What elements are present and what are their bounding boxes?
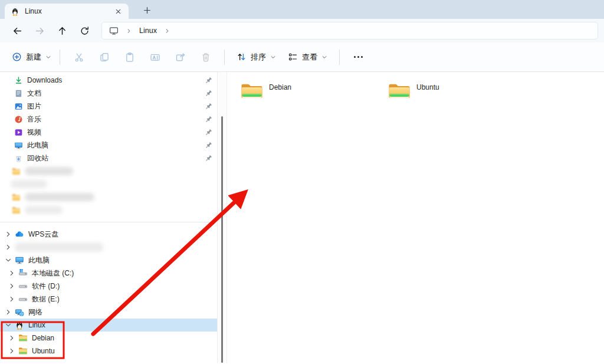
tab-close-button[interactable] [113, 6, 123, 16]
sidebar-item-label: 本地磁盘 (C:) [32, 268, 74, 278]
sidebar-item-debian[interactable]: Debian [0, 332, 217, 345]
toolbar-separator [60, 50, 60, 65]
sort-button[interactable]: 排序 [231, 47, 282, 67]
sidebar-item-redacted[interactable] [0, 241, 217, 254]
sidebar-item-label: 网络 [28, 307, 42, 317]
sidebar-item-videos[interactable]: 视频 [0, 126, 217, 139]
paste-icon [124, 52, 135, 63]
sidebar-item-label: Downloads [27, 76, 62, 84]
sidebar-item-label: 数据 (E:) [32, 294, 60, 304]
pin-icon [206, 77, 212, 83]
navigation-pane: Downloads 文档 图片 音乐 视频 此电脑 [0, 72, 217, 363]
chevron-right-icon [5, 231, 12, 238]
sidebar-item-recycle-bin[interactable]: 回收站 [0, 152, 217, 165]
sidebar-item-this-pc-pinned[interactable]: 此电脑 [0, 139, 217, 152]
back-icon [12, 26, 22, 36]
pin-icon [206, 116, 212, 122]
sort-icon [237, 52, 247, 62]
breadcrumb-chevron-icon [164, 28, 170, 34]
sidebar-item-drive-c[interactable]: 本地磁盘 (C:) [0, 267, 217, 280]
videos-icon [14, 128, 23, 137]
back-button[interactable] [6, 21, 28, 40]
forward-button[interactable] [28, 21, 51, 40]
sidebar-item-label: Ubuntu [32, 347, 55, 355]
desktop-icon [109, 26, 119, 35]
documents-icon [14, 89, 23, 98]
chevron-down-icon [5, 257, 12, 264]
folder-icon [12, 167, 21, 176]
sidebar-item-drive-d[interactable]: 软件 (D:) [0, 280, 217, 293]
tab-linux[interactable]: Linux [5, 4, 129, 19]
sidebar-item-downloads[interactable]: Downloads [0, 74, 217, 87]
breadcrumb-location[interactable]: Linux [139, 27, 157, 35]
cut-icon [74, 52, 84, 63]
sidebar-item-pictures[interactable]: 图片 [0, 100, 217, 113]
sidebar-item-redacted[interactable] [0, 204, 217, 217]
sidebar-item-this-pc[interactable]: 此电脑 [0, 254, 217, 267]
chevron-right-icon [5, 244, 12, 251]
close-icon [115, 8, 122, 15]
view-button[interactable]: 查看 [282, 47, 333, 67]
view-icon [288, 52, 298, 62]
new-tab-button[interactable] [142, 5, 152, 15]
share-icon [175, 52, 186, 63]
cut-button[interactable] [66, 47, 91, 67]
redacted-label [25, 167, 73, 175]
forward-icon [35, 26, 45, 36]
toolbar-separator [224, 50, 225, 65]
chevron-right-icon [5, 309, 12, 316]
pictures-icon [14, 102, 23, 111]
redacted-label [15, 242, 103, 252]
sidebar-item-wps-drive[interactable]: WPS云盘 [0, 228, 217, 241]
more-options-button[interactable] [346, 47, 371, 67]
trash-icon [201, 52, 211, 63]
rename-button[interactable] [142, 47, 168, 67]
copy-icon [99, 52, 110, 63]
file-list-pane[interactable]: Debian Ubuntu [227, 72, 604, 363]
wsl-folder-icon [18, 333, 28, 343]
pin-icon [206, 90, 212, 96]
sidebar-item-redacted[interactable] [0, 191, 217, 204]
chevron-right-icon [8, 270, 15, 277]
sidebar-item-ubuntu[interactable]: Ubuntu [0, 345, 217, 358]
this-pc-icon [14, 141, 23, 150]
tux-icon [15, 320, 24, 330]
redacted-label [25, 206, 63, 214]
refresh-button[interactable] [73, 21, 96, 40]
drive-icon [18, 294, 28, 304]
sidebar-scrollbar-track[interactable] [217, 72, 227, 363]
sidebar-item-label: 文档 [27, 88, 41, 99]
chevron-down-icon [321, 54, 327, 60]
sidebar-item-redacted[interactable] [0, 165, 217, 178]
folder-tile-debian[interactable]: Debian [240, 81, 388, 101]
chevron-down-icon [5, 322, 12, 329]
chevron-down-icon [270, 54, 276, 60]
sidebar-scrollbar-thumb[interactable] [221, 116, 223, 363]
chevron-down-icon [45, 54, 51, 60]
redacted-label [25, 193, 94, 201]
new-button-label: 新建 [26, 52, 41, 63]
sidebar-item-network[interactable]: 网络 [0, 306, 217, 319]
toolbar-separator [339, 50, 340, 65]
up-button[interactable] [51, 21, 73, 40]
share-button[interactable] [168, 47, 193, 67]
sidebar-item-label: 软件 (D:) [32, 281, 60, 291]
sidebar-item-linux[interactable]: Linux [0, 319, 217, 332]
sidebar-item-drive-e[interactable]: 数据 (E:) [0, 293, 217, 306]
folder-name: Ubuntu [416, 83, 439, 91]
new-button[interactable]: 新建 [9, 47, 54, 67]
folder-tile-ubuntu[interactable]: Ubuntu [388, 81, 535, 101]
tux-icon [11, 7, 19, 16]
sidebar-item-documents[interactable]: 文档 [0, 87, 217, 100]
sidebar-item-label: Debian [32, 334, 54, 342]
sidebar-item-redacted[interactable] [0, 178, 217, 191]
delete-button[interactable] [193, 47, 218, 67]
paste-button[interactable] [117, 47, 142, 67]
sidebar-item-label: Linux [28, 321, 45, 329]
sidebar-item-label: 回收站 [27, 153, 48, 163]
address-bar[interactable]: Linux [101, 22, 598, 40]
view-button-label: 查看 [302, 52, 317, 63]
copy-button[interactable] [91, 47, 117, 67]
sidebar-item-music[interactable]: 音乐 [0, 113, 217, 126]
explorer-content: Downloads 文档 图片 音乐 视频 此电脑 [0, 72, 604, 363]
